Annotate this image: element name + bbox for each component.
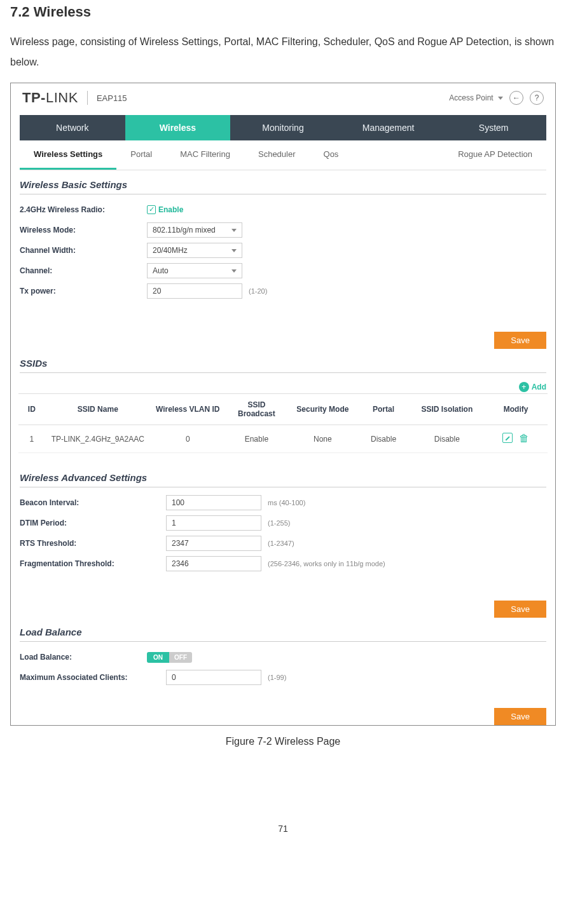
cell-broadcast: Enable bbox=[224, 425, 288, 453]
cell-security: None bbox=[288, 425, 357, 453]
section-advanced-title: Wireless Advanced Settings bbox=[20, 472, 546, 487]
th-modify: Modify bbox=[484, 394, 548, 425]
tab-monitoring[interactable]: Monitoring bbox=[230, 115, 336, 140]
section-basic-title: Wireless Basic Settings bbox=[20, 179, 546, 194]
radio-enable-text: Enable bbox=[158, 205, 183, 214]
chevron-down-icon bbox=[231, 249, 237, 252]
brand-divider bbox=[87, 91, 88, 105]
cell-id: 1 bbox=[18, 425, 45, 453]
radio-label: 2.4GHz Wireless Radio: bbox=[20, 205, 147, 214]
mode-label: Wireless Mode: bbox=[20, 226, 147, 234]
section-basic: Wireless Basic Settings 2.4GHz Wireless … bbox=[11, 170, 555, 300]
subtab-mac-filtering[interactable]: MAC Filtering bbox=[166, 140, 244, 170]
beacon-input[interactable]: 100 bbox=[166, 495, 261, 510]
save-button-loadbal[interactable]: Save bbox=[494, 708, 546, 725]
th-ssid-name: SSID Name bbox=[45, 394, 151, 425]
mode-select[interactable]: 802.11b/g/n mixed bbox=[147, 222, 242, 238]
subtab-wireless-settings[interactable]: Wireless Settings bbox=[20, 140, 116, 170]
table-row: 1 TP-LINK_2.4GHz_9A2AAC 0 Enable None Di… bbox=[18, 425, 548, 453]
subtab-scheduler[interactable]: Scheduler bbox=[244, 140, 310, 170]
subtab-rogue-ap[interactable]: Rogue AP Detection bbox=[444, 140, 546, 170]
section-ssids-title: SSIDs bbox=[20, 358, 546, 373]
chevron-down-icon bbox=[231, 229, 237, 232]
max-clients-label: Maximum Associated Clients: bbox=[20, 673, 166, 682]
loadbal-label: Load Balance: bbox=[20, 653, 147, 662]
delete-icon[interactable]: 🗑 bbox=[519, 433, 529, 443]
txpower-input[interactable]: 20 bbox=[147, 283, 242, 299]
th-security: Security Mode bbox=[288, 394, 357, 425]
save-button-basic[interactable]: Save bbox=[494, 332, 546, 349]
cell-ssid-name: TP-LINK_2.4GHz_9A2AAC bbox=[45, 425, 151, 453]
save-button-advanced[interactable]: Save bbox=[494, 601, 546, 618]
toggle-on: ON bbox=[147, 652, 169, 663]
figure-header: TP-LINK EAP115 Access Point ← ? bbox=[11, 83, 555, 109]
channel-label: Channel: bbox=[20, 266, 147, 275]
ssid-table-header-row: ID SSID Name Wireless VLAN ID SSID Broad… bbox=[18, 394, 548, 425]
frag-input[interactable]: 2346 bbox=[166, 556, 261, 571]
role-label: Access Point bbox=[449, 93, 493, 102]
radio-enable-checkbox[interactable] bbox=[147, 205, 156, 214]
form-advanced: Beacon Interval: 100 ms (40-100) DTIM Pe… bbox=[20, 487, 546, 573]
dtim-hint: (1-255) bbox=[268, 519, 290, 527]
th-id: ID bbox=[18, 394, 45, 425]
help-icon[interactable]: ? bbox=[530, 91, 544, 105]
th-vlan-id: Wireless VLAN ID bbox=[151, 394, 224, 425]
subtab-qos[interactable]: Qos bbox=[310, 140, 353, 170]
plus-icon[interactable]: + bbox=[519, 382, 529, 392]
section-load-balance-title: Load Balance bbox=[20, 627, 546, 642]
doc-intro: Wireless page, consisting of Wireless Se… bbox=[10, 32, 556, 72]
loadbal-toggle[interactable]: ON OFF bbox=[147, 652, 192, 663]
max-clients-hint: (1-99) bbox=[268, 674, 286, 681]
chevron-down-icon bbox=[231, 269, 237, 273]
add-button[interactable]: Add bbox=[532, 383, 546, 391]
cell-modify: 🗑 bbox=[484, 425, 548, 453]
role-dropdown[interactable]: Access Point bbox=[449, 93, 503, 102]
edit-icon[interactable] bbox=[502, 433, 513, 443]
sub-nav: Wireless Settings Portal MAC Filtering S… bbox=[20, 140, 546, 170]
width-select[interactable]: 20/40MHz bbox=[147, 243, 242, 258]
section-ssids: SSIDs bbox=[11, 355, 555, 373]
max-clients-input[interactable]: 0 bbox=[166, 670, 261, 685]
rts-input[interactable]: 2347 bbox=[166, 536, 261, 551]
chevron-down-icon bbox=[498, 97, 503, 100]
brand-logo: TP-LINK bbox=[22, 90, 78, 106]
tab-wireless[interactable]: Wireless bbox=[125, 115, 231, 140]
txpower-hint: (1-20) bbox=[249, 287, 267, 295]
channel-select[interactable]: Auto bbox=[147, 263, 242, 278]
channel-value: Auto bbox=[153, 266, 169, 275]
th-broadcast: SSID Broadcast bbox=[224, 394, 288, 425]
section-load-balance: Load Balance Load Balance: ON OFF Maximu… bbox=[11, 624, 555, 686]
ssid-table: ID SSID Name Wireless VLAN ID SSID Broad… bbox=[18, 393, 548, 453]
toggle-off: OFF bbox=[169, 652, 192, 663]
beacon-hint: ms (40-100) bbox=[268, 499, 305, 506]
logout-icon[interactable]: ← bbox=[509, 91, 523, 105]
width-value: 20/40MHz bbox=[153, 246, 188, 255]
page-number: 71 bbox=[10, 824, 556, 840]
th-isolation: SSID Isolation bbox=[410, 394, 484, 425]
tab-management[interactable]: Management bbox=[336, 115, 441, 140]
dtim-input[interactable]: 1 bbox=[166, 515, 261, 531]
cell-vlan: 0 bbox=[151, 425, 224, 453]
form-basic: 2.4GHz Wireless Radio: Enable Wireless M… bbox=[20, 194, 546, 300]
figure-wireless-page: TP-LINK EAP115 Access Point ← ? Network … bbox=[10, 83, 556, 726]
form-load-balance: Load Balance: ON OFF Maximum Associated … bbox=[20, 642, 546, 686]
mode-value: 802.11b/g/n mixed bbox=[153, 226, 216, 234]
th-portal: Portal bbox=[357, 394, 410, 425]
cell-isolation: Disable bbox=[410, 425, 484, 453]
header-right: Access Point ← ? bbox=[449, 91, 544, 105]
main-nav: Network Wireless Monitoring Management S… bbox=[20, 115, 546, 140]
brand-part1: TP- bbox=[22, 90, 46, 105]
tab-system[interactable]: System bbox=[441, 115, 546, 140]
width-label: Channel Width: bbox=[20, 246, 147, 255]
beacon-label: Beacon Interval: bbox=[20, 498, 166, 507]
add-ssid-row: + Add bbox=[11, 373, 555, 393]
frag-label: Fragmentation Threshold: bbox=[20, 559, 166, 568]
brand-part2: LINK bbox=[46, 90, 78, 105]
figure-caption: Figure 7-2 Wireless Page bbox=[10, 736, 556, 747]
tab-network[interactable]: Network bbox=[20, 115, 125, 140]
model-label: EAP115 bbox=[97, 93, 127, 103]
subtab-portal[interactable]: Portal bbox=[116, 140, 166, 170]
rts-hint: (1-2347) bbox=[268, 540, 294, 547]
frag-hint: (256-2346, works only in 11b/g mode) bbox=[268, 560, 385, 567]
section-advanced: Wireless Advanced Settings Beacon Interv… bbox=[11, 453, 555, 573]
